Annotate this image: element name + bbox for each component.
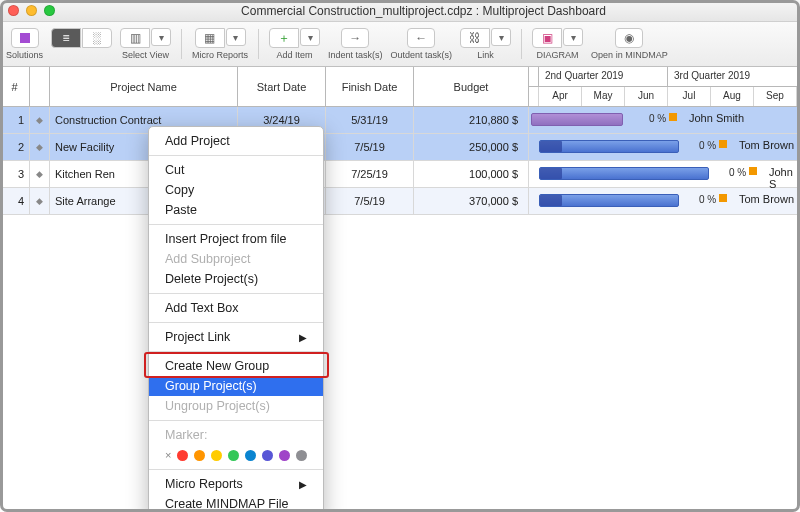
- cell-finish-date[interactable]: 7/5/19: [326, 188, 414, 214]
- grid-body[interactable]: 1◆Construction Contract3/24/195/31/19210…: [0, 107, 800, 215]
- row-number: 1: [0, 107, 30, 133]
- table-row[interactable]: 2◆New Facility7/5/19250,000 $0 %Tom Brow…: [0, 134, 800, 161]
- warning-badge-icon: [719, 140, 727, 148]
- gantt-bar[interactable]: [531, 113, 623, 126]
- timeline-header: 2nd Quarter 2019 3rd Quarter 2019 Apr Ma…: [529, 67, 800, 106]
- row-type-icon: ◆: [30, 107, 50, 133]
- warning-badge-icon: [669, 113, 677, 121]
- progress-label: 0 %: [699, 194, 727, 205]
- menu-add-subproject: Add Subproject: [149, 249, 323, 269]
- col-project-name[interactable]: Project Name: [50, 67, 238, 106]
- menu-create-mindmap[interactable]: Create MINDMAP File: [149, 494, 323, 512]
- cell-timeline[interactable]: 0 %Tom Brown: [529, 188, 800, 214]
- row-type-icon: ◆: [30, 188, 50, 214]
- marker-color[interactable]: [296, 450, 307, 461]
- row-number: 2: [0, 134, 30, 160]
- window-titlebar: Commercial Construction_multiproject.cdp…: [0, 0, 800, 22]
- open-mindmap-button[interactable]: ◉Open in MINDMAP: [591, 28, 668, 60]
- marker-color[interactable]: [194, 450, 205, 461]
- menu-cut[interactable]: Cut: [149, 160, 323, 180]
- progress-label: 0 %: [729, 167, 757, 178]
- assignee-label: John Smith: [689, 112, 744, 124]
- marker-colors: ×: [149, 445, 323, 465]
- view-toggle[interactable]: ≡░.: [51, 28, 112, 60]
- cell-timeline[interactable]: 0 %John Smith: [529, 107, 800, 133]
- cell-timeline[interactable]: 0 %Tom Brown: [529, 134, 800, 160]
- menu-create-new-group[interactable]: Create New Group: [149, 356, 323, 376]
- quarter-label: 2nd Quarter 2019: [539, 67, 668, 86]
- cell-budget[interactable]: 210,880 $: [414, 107, 529, 133]
- cell-budget[interactable]: 370,000 $: [414, 188, 529, 214]
- menu-micro-reports[interactable]: Micro Reports▶: [149, 474, 323, 494]
- marker-color[interactable]: [177, 450, 188, 461]
- menu-add-text-box[interactable]: Add Text Box: [149, 298, 323, 318]
- toolbar: Solutions ≡░. ▥▾Select View ▦▾Micro Repo…: [0, 22, 800, 67]
- submenu-arrow-icon: ▶: [299, 332, 307, 343]
- micro-reports-button[interactable]: ▦▾Micro Reports: [192, 28, 248, 60]
- menu-ungroup-projects: Ungroup Project(s): [149, 396, 323, 416]
- cell-finish-date[interactable]: 5/31/19: [326, 107, 414, 133]
- outdent-button[interactable]: ←Outdent task(s): [391, 28, 453, 60]
- menu-group-projects[interactable]: Group Project(s): [149, 376, 323, 396]
- warning-badge-icon: [749, 167, 757, 175]
- diagram-button[interactable]: ▣▾DIAGRAM: [532, 28, 583, 60]
- menu-copy[interactable]: Copy: [149, 180, 323, 200]
- col-finish-date[interactable]: Finish Date: [326, 67, 414, 106]
- marker-color[interactable]: [279, 450, 290, 461]
- table-row[interactable]: 4◆Site Arrange7/5/19370,000 $0 %Tom Brow…: [0, 188, 800, 215]
- menu-insert-project[interactable]: Insert Project from file: [149, 229, 323, 249]
- assignee-label: Tom Brown: [739, 139, 794, 151]
- minimize-icon[interactable]: [26, 5, 37, 16]
- col-start-date[interactable]: Start Date: [238, 67, 326, 106]
- gantt-bar[interactable]: [539, 140, 679, 153]
- assignee-label: John S: [769, 166, 799, 190]
- marker-color[interactable]: [211, 450, 222, 461]
- progress-label: 0 %: [699, 140, 727, 151]
- col-icon[interactable]: [30, 67, 50, 106]
- row-type-icon: ◆: [30, 161, 50, 187]
- menu-delete-projects[interactable]: Delete Project(s): [149, 269, 323, 289]
- window-controls: [8, 5, 55, 16]
- quarter-label: 3rd Quarter 2019: [668, 67, 800, 86]
- menu-paste[interactable]: Paste: [149, 200, 323, 220]
- cell-budget[interactable]: 250,000 $: [414, 134, 529, 160]
- menu-add-project[interactable]: Add Project: [149, 131, 323, 151]
- solutions-button[interactable]: Solutions: [6, 28, 43, 60]
- row-type-icon: ◆: [30, 134, 50, 160]
- cell-finish-date[interactable]: 7/25/19: [326, 161, 414, 187]
- cell-finish-date[interactable]: 7/5/19: [326, 134, 414, 160]
- menu-marker-label: Marker:: [149, 425, 323, 445]
- gantt-bar[interactable]: [539, 167, 709, 180]
- project-grid: # Project Name Start Date Finish Date Bu…: [0, 67, 800, 215]
- progress-label: 0 %: [649, 113, 677, 124]
- marker-color[interactable]: [245, 450, 256, 461]
- warning-badge-icon: [719, 194, 727, 202]
- row-number: 3: [0, 161, 30, 187]
- solutions-icon: [20, 33, 30, 43]
- indent-button[interactable]: →Indent task(s): [328, 28, 383, 60]
- gantt-bar[interactable]: [539, 194, 679, 207]
- context-menu: Add Project Cut Copy Paste Insert Projec…: [148, 126, 324, 512]
- link-button[interactable]: ⛓▾Link: [460, 28, 511, 60]
- table-row[interactable]: 1◆Construction Contract3/24/195/31/19210…: [0, 107, 800, 134]
- cell-timeline[interactable]: 0 %John S: [529, 161, 800, 187]
- cell-budget[interactable]: 100,000 $: [414, 161, 529, 187]
- add-item-button[interactable]: ＋▾Add Item: [269, 28, 320, 60]
- window-title: Commercial Construction_multiproject.cdp…: [55, 4, 792, 18]
- marker-color[interactable]: [262, 450, 273, 461]
- table-row[interactable]: 3◆Kitchen Ren7/25/19100,000 $0 %John S: [0, 161, 800, 188]
- marker-color[interactable]: [228, 450, 239, 461]
- submenu-arrow-icon: ▶: [299, 479, 307, 490]
- col-budget[interactable]: Budget: [414, 67, 529, 106]
- marker-clear[interactable]: ×: [165, 449, 171, 461]
- zoom-icon[interactable]: [44, 5, 55, 16]
- menu-project-link[interactable]: Project Link▶: [149, 327, 323, 347]
- select-view-button[interactable]: ▥▾Select View: [120, 28, 171, 60]
- close-icon[interactable]: [8, 5, 19, 16]
- assignee-label: Tom Brown: [739, 193, 794, 205]
- col-number[interactable]: #: [0, 67, 30, 106]
- row-number: 4: [0, 188, 30, 214]
- grid-header: # Project Name Start Date Finish Date Bu…: [0, 67, 800, 107]
